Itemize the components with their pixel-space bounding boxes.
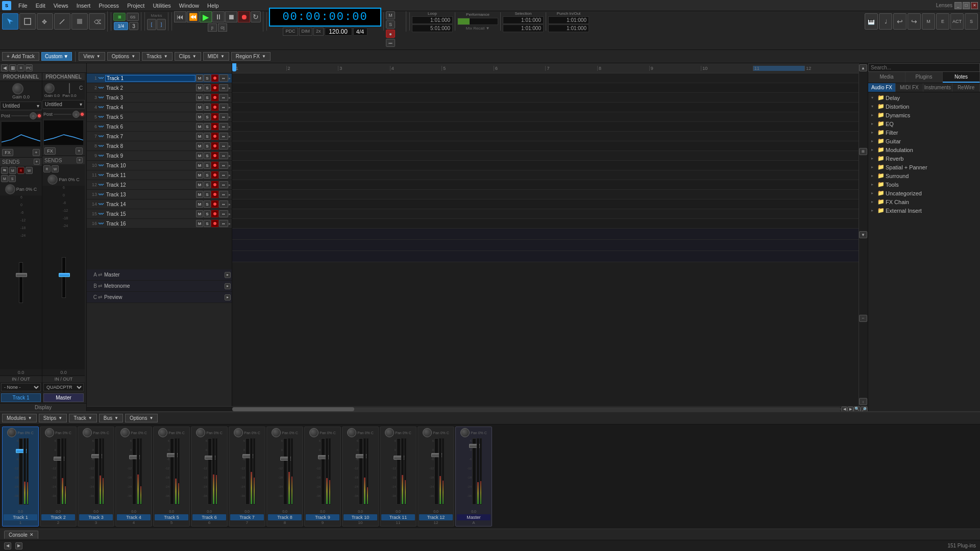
bus-strip-b[interactable]: B ⇄ Metronome ▸ [87,281,232,292]
rec-btn-2[interactable] [211,84,218,91]
track-strip-14[interactable]: 14 Track 14 M S ▪▪ ▸ [87,199,232,209]
status-nav-left[interactable]: ◀ [4,542,11,549]
send-m-btn[interactable]: M [9,167,16,174]
track-name-4[interactable]: Track 4 [105,105,195,110]
pan-knob-mixer-0[interactable] [7,428,16,437]
track-strip-5[interactable]: 5 Track 5 M S ▪▪ ▸ [87,112,232,122]
mixer-strip-track-5[interactable]: Pan 0% C 60-6-12-18-24-36 0.0 Track 5 [153,427,190,527]
mute-btn-11[interactable]: M [196,171,203,179]
gain-knob-2[interactable] [44,83,55,93]
solo-btn-16[interactable]: S [204,220,211,227]
audio-fx-subtab[interactable]: Audio FX [868,83,896,92]
display-button[interactable]: Display [0,403,86,411]
rec-btn-11[interactable] [211,171,218,179]
rec-btn-8[interactable] [211,142,218,149]
zoom-out-button[interactable]: 🔍 [861,407,868,412]
track-lane-16[interactable] [232,219,859,229]
loop-start[interactable]: 1:01:000 [412,16,453,24]
solo-btn-10[interactable]: S [204,162,211,169]
fx-button-1[interactable]: FX [2,149,13,156]
mixer-name-12[interactable]: Master [457,514,491,520]
mute-btn-2[interactable]: M [196,84,203,91]
track-name-1[interactable]: Track 1 [105,75,195,82]
console-tab-item[interactable]: Console ✕ [4,531,38,539]
solo-btn-11[interactable]: S [204,171,211,179]
rec-btn-1[interactable] [211,74,218,82]
track-strip-15[interactable]: 15 Track 15 M S ▪▪ ▸ [87,209,232,219]
bus-dropdown[interactable]: Bus ▼ [99,414,123,422]
fx-btn-14[interactable]: ▪▪ [219,201,228,208]
mixer-options-dropdown[interactable]: Options ▼ [125,414,158,422]
h-scroll-right[interactable]: ▶ [847,407,853,412]
send-w-btn[interactable]: W [26,167,33,174]
mixer-name-7[interactable]: Track 8 [268,514,302,520]
zoom-in-button[interactable]: 🔍 [853,407,861,412]
solo-btn-3[interactable]: S [204,94,211,101]
mixer-name-1[interactable]: Track 2 [41,514,75,520]
mute-btn-4[interactable]: M [196,104,203,111]
solo-btn-12[interactable]: S [204,181,211,188]
track-chevron-11[interactable]: ▸ [229,173,231,178]
modules-dropdown[interactable]: Modules ▼ [2,414,37,422]
mixer-name-9[interactable]: Track 10 [344,514,377,520]
fx-btn-9[interactable]: ▪▪ [219,152,228,159]
fx-category-surround[interactable]: ▸ 📁 Surround [869,171,979,180]
w-btn-2[interactable]: W [52,165,59,172]
zoom-fit-button[interactable]: ⊞ [859,148,867,155]
rec-btn-16[interactable] [211,220,218,227]
track-lane-5[interactable] [232,112,859,122]
rec-btn-12[interactable] [211,181,218,188]
close-button[interactable]: ✕ [971,2,978,9]
solo-btn-7[interactable]: S [204,133,211,140]
pan-knob-mixer-11[interactable] [423,428,432,437]
fx-button-2[interactable]: FX [44,147,56,155]
mixer-name-3[interactable]: Track 4 [117,514,151,520]
rec-btn-9[interactable] [211,152,218,159]
r-btn-2[interactable]: R [43,165,51,172]
fader-track-mixer-3[interactable] [132,438,136,505]
global-snap-button[interactable]: GS [127,13,139,21]
fx-category-modulation[interactable]: ▸ 📁 Modulation [869,145,979,154]
track-name-15[interactable]: Track 15 [105,211,195,217]
track-chevron-8[interactable]: ▸ [229,144,231,148]
solo-btn-2[interactable]: S [204,84,211,91]
track-view-button[interactable]: ≡ [17,64,24,71]
menu-help[interactable]: Help [203,2,223,10]
track-lane-10[interactable] [232,161,859,170]
s-button[interactable]: S [386,20,395,29]
mute-btn-5[interactable]: M [196,113,203,120]
pan-knob-mixer-7[interactable] [272,428,281,437]
track-name-14[interactable]: Track 14 [105,202,195,207]
input-select-l[interactable]: - None - [1,383,41,391]
mixer-strip-track-8[interactable]: Pan 0% C 60-6-12-18-24-36 0.0 Track 8 [266,427,303,527]
mute-btn-15[interactable]: M [196,210,203,217]
mixer-strip-track-4[interactable]: Pan 0% C 60-6-12-18-24-36 0.0 Track 4 [115,427,152,527]
mute-btn-12[interactable]: M [196,181,203,188]
track-strip-6[interactable]: 6 Track 6 M S ▪▪ ▸ [87,122,232,132]
bus-chevron-a[interactable]: ▸ [225,272,231,278]
solo-btn-14[interactable]: S [204,201,211,208]
fx-btn-6[interactable]: ▪▪ [219,123,228,130]
view-dropdown[interactable]: View ▼ [79,52,105,61]
solo-btn-15[interactable]: S [204,210,211,217]
clip-view-button[interactable]: ▦ [9,64,16,71]
track-chevron-6[interactable]: ▸ [229,124,231,129]
pan-knob-l[interactable] [5,184,15,194]
undo-button[interactable]: ↩ [893,13,906,30]
track-lane-7[interactable] [232,132,859,141]
fader-track-mixer-0[interactable] [19,438,23,505]
bus-strip-c[interactable]: C ⇄ Preview ▸ [87,292,232,303]
smart-tool-button[interactable] [2,13,18,30]
track-name-10[interactable]: Track 10 [105,163,195,168]
fx-btn-8[interactable]: ▪▪ [219,142,228,149]
loop-button[interactable]: ↻ [251,11,261,22]
mark-out-button[interactable]: ] [157,19,166,30]
fader-l[interactable] [19,262,23,303]
pan-knob-mixer-8[interactable] [309,428,318,437]
mute-btn-7[interactable]: M [196,133,203,140]
track-lane-14[interactable] [232,199,859,209]
mute-btn-16[interactable]: M [196,220,203,227]
track-chevron-2[interactable]: ▸ [229,86,231,90]
track-name-display-l[interactable]: Track 1 [1,393,41,402]
pan-knob-mixer-12[interactable] [460,428,470,437]
